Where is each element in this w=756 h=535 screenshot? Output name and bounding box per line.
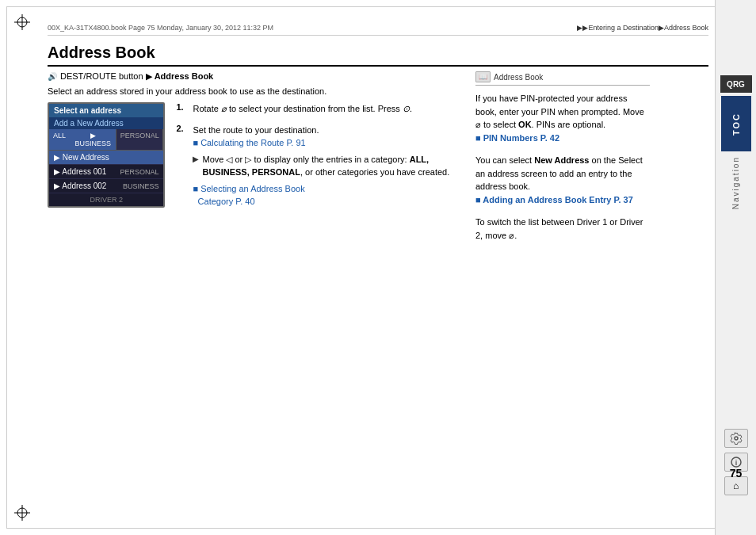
calc-route-link[interactable]: ■ Calculating the Route P. 91 bbox=[193, 138, 305, 147]
step-2-content: Set the route to your destination. ■ Cal… bbox=[193, 124, 460, 208]
screen-item-address-002[interactable]: ▶ Address 002 BUSINESS bbox=[49, 179, 163, 193]
step-1: 1. Rotate ⌀ to select your destination f… bbox=[176, 102, 460, 116]
screen-simulation: Select an address Add a New Address ALL … bbox=[48, 102, 165, 208]
file-info: 00X_KA-31TX4800.book Page 75 Monday, Jan… bbox=[48, 24, 273, 32]
dest-icon: 🔊 bbox=[48, 72, 57, 81]
screen-tab-personal[interactable]: PERSONAL bbox=[116, 129, 163, 150]
dest-route-line: 🔊 DEST/ROUTE button ▶ Address Book bbox=[48, 71, 460, 82]
move-icon-driver: ⌀ bbox=[509, 231, 514, 240]
address-book-category-link[interactable]: ■ Selecting an Address Book Category P. … bbox=[193, 182, 460, 208]
category-names: ALL, BUSINESS, PERSONAL bbox=[202, 155, 429, 178]
screen-item-002-badge: BUSINESS bbox=[123, 182, 159, 190]
screen-tabs: ALL ▶ BUSINESS PERSONAL bbox=[49, 129, 163, 151]
right-panel-title: Address Book bbox=[494, 73, 543, 82]
step-1-content: Rotate ⌀ to select your destination from… bbox=[193, 102, 411, 116]
rotate-icon: ⌀ bbox=[221, 104, 227, 113]
page-number: 75 bbox=[730, 467, 743, 480]
corner-mark-bl bbox=[14, 505, 30, 521]
dest-bold: Address Book bbox=[155, 71, 214, 81]
svg-text:i: i bbox=[735, 459, 737, 467]
breadcrumb: ▶▶Entering a Destination▶Address Book bbox=[577, 24, 708, 32]
screen-item-001-badge: PERSONAL bbox=[120, 168, 158, 176]
right-column: 📖 Address Book If you have PIN-protected… bbox=[475, 71, 650, 519]
adding-address-link[interactable]: ■ Adding an Address Book Entry P. 37 bbox=[475, 195, 633, 204]
ok-bold: OK bbox=[518, 120, 532, 129]
screen-item-new-label: ▶ New Address bbox=[54, 153, 158, 162]
screen-item-address-001[interactable]: ▶ Address 001 PERSONAL bbox=[49, 165, 163, 179]
sub-bullet-categories: ▶ Move ◁ or ▷ to display only the entrie… bbox=[193, 153, 460, 179]
steps-area: 1. Rotate ⌀ to select your destination f… bbox=[176, 102, 460, 216]
screen-header: Select an address bbox=[49, 104, 163, 117]
press-icon: ⊙ bbox=[403, 104, 410, 113]
page-title: Address Book bbox=[48, 44, 708, 62]
new-address-bold: New Address bbox=[534, 155, 589, 165]
sidebar-bottom-icons: i ⌂ 75 bbox=[724, 429, 748, 495]
screen-tab-arrow: ▶ BUSINESS bbox=[70, 129, 116, 150]
bullet-arrow: ▶ bbox=[193, 153, 199, 179]
page-title-area: Address Book bbox=[48, 44, 708, 67]
screen-add-new[interactable]: Add a New Address bbox=[49, 117, 163, 129]
screen-tab-all[interactable]: ALL bbox=[49, 129, 70, 150]
step-1-num: 1. bbox=[176, 102, 189, 116]
screen-driver-label: DRIVER 2 bbox=[49, 193, 163, 206]
right-section-driver: To switch the list between Driver 1 or D… bbox=[475, 216, 650, 242]
sub-icon-left: ◁ bbox=[226, 155, 232, 164]
top-header: 00X_KA-31TX4800.book Page 75 Monday, Jan… bbox=[48, 24, 708, 36]
corner-mark-tl bbox=[14, 14, 30, 30]
sidebar-icon-settings[interactable] bbox=[724, 429, 748, 448]
qrg-badge: QRG bbox=[720, 75, 752, 93]
step-2: 2. Set the route to your destination. ■ … bbox=[176, 124, 460, 208]
right-sidebar: QRG TOC Navigation i ⌂ 75 bbox=[715, 0, 756, 535]
book-icon: 📖 bbox=[475, 71, 491, 82]
screen-item-002-label: ▶ Address 002 bbox=[54, 182, 120, 190]
content-area: 🔊 DEST/ROUTE button ▶ Address Book Selec… bbox=[48, 71, 708, 519]
sub-icon-right: ▷ bbox=[245, 155, 251, 164]
toc-button[interactable]: TOC bbox=[721, 96, 751, 151]
right-section-pin: If you have PIN-protected your address b… bbox=[475, 92, 650, 144]
sub-bullet-text: Move ◁ or ▷ to display only the entries … bbox=[202, 153, 460, 179]
move-icon-pin: ⌀ bbox=[475, 120, 481, 129]
right-section-new-address: You can select New Address on the Select… bbox=[475, 154, 650, 206]
screen-item-new-address[interactable]: ▶ New Address bbox=[49, 151, 163, 165]
screen-item-001-label: ▶ Address 001 bbox=[54, 167, 116, 176]
step-2-num: 2. bbox=[176, 124, 189, 208]
intro-text: Select an address stored in your address… bbox=[48, 86, 460, 96]
right-panel-header: 📖 Address Book bbox=[475, 71, 650, 86]
nav-label: Navigation bbox=[731, 156, 740, 209]
dest-route-text: DEST/ROUTE button ▶ Address Book bbox=[60, 71, 213, 82]
left-column: 🔊 DEST/ROUTE button ▶ Address Book Selec… bbox=[48, 71, 460, 519]
pin-numbers-link[interactable]: ■ PIN Numbers P. 42 bbox=[475, 133, 559, 143]
